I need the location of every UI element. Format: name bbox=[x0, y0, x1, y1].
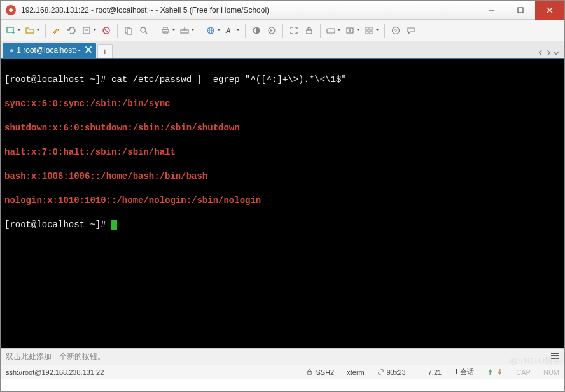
tab-prev-button[interactable] bbox=[538, 49, 544, 58]
toolbar-separator bbox=[245, 24, 246, 38]
new-tab-button[interactable] bbox=[344, 23, 361, 38]
svg-rect-26 bbox=[307, 30, 312, 34]
up-arrow-icon bbox=[487, 368, 494, 375]
tab-list-button[interactable] bbox=[553, 49, 559, 58]
hamburger-icon[interactable] bbox=[550, 352, 559, 361]
svg-line-11 bbox=[104, 29, 108, 32]
status-termtype: xterm bbox=[347, 368, 365, 376]
svg-text:?: ? bbox=[394, 28, 398, 34]
tab-bar: ● 1 root@localhost:~ + bbox=[1, 41, 564, 59]
language-button[interactable] bbox=[204, 23, 222, 38]
file-transfer-button[interactable] bbox=[178, 23, 196, 38]
tile-button[interactable] bbox=[363, 23, 380, 38]
svg-rect-47 bbox=[308, 372, 312, 375]
tab-close-button[interactable] bbox=[85, 46, 92, 53]
terminal-output: nologin:x:1010:1010::/home/nologin:/sbin… bbox=[4, 195, 561, 207]
terminal-output: halt:x:7:0:halt:/sbin:/sbin/halt bbox=[4, 146, 561, 158]
svg-rect-38 bbox=[366, 31, 368, 34]
toolbar-separator bbox=[117, 24, 118, 38]
svg-rect-13 bbox=[127, 29, 132, 34]
toolbar-separator bbox=[282, 24, 283, 38]
maximize-button[interactable] bbox=[506, 1, 535, 20]
terminal-line: [root@localhost ~]# bbox=[4, 219, 561, 231]
status-num: NUM bbox=[543, 368, 559, 376]
color-scheme-button[interactable] bbox=[249, 23, 263, 38]
add-tab-button[interactable]: + bbox=[97, 44, 113, 58]
svg-rect-37 bbox=[370, 27, 372, 30]
minimize-button[interactable] bbox=[477, 1, 506, 20]
down-arrow-icon bbox=[496, 368, 503, 375]
status-cap: CAP bbox=[516, 368, 531, 376]
new-session-button[interactable] bbox=[4, 23, 22, 38]
hint-text: 双击此处添加一个新的按钮。 bbox=[6, 351, 105, 362]
status-cursor: 7,21 bbox=[419, 368, 442, 376]
fullscreen-button[interactable] bbox=[287, 23, 301, 38]
tab-indicator-icon: ● bbox=[10, 46, 14, 55]
svg-rect-27 bbox=[327, 29, 335, 33]
cursor bbox=[111, 220, 117, 230]
equalizer-decoration bbox=[3, 326, 44, 347]
status-size: 93x23 bbox=[377, 368, 406, 376]
print-button[interactable] bbox=[159, 23, 177, 38]
terminal-pane[interactable]: [root@localhost ~]# cat /etc/passwd | eg… bbox=[1, 59, 564, 348]
equalizer-decoration bbox=[529, 324, 562, 347]
close-button[interactable] bbox=[535, 1, 564, 20]
toolbar-separator bbox=[200, 24, 200, 38]
prompt: [root@localhost ~]# bbox=[4, 74, 111, 85]
keyboard-button[interactable] bbox=[324, 23, 342, 38]
reconnect-button[interactable] bbox=[65, 23, 79, 38]
quick-button-bar[interactable]: 双击此处添加一个新的按钮。 bbox=[1, 348, 564, 365]
command-text: cat /etc/passwd | egrep "^([^:]+\>).*\<\… bbox=[111, 74, 347, 85]
find-button[interactable] bbox=[137, 23, 151, 38]
window-titlebar: 192.168.238.131:22 - root@localhost:~ - … bbox=[1, 1, 564, 20]
font-button[interactable]: A bbox=[223, 23, 241, 38]
status-session: 1 会话 bbox=[454, 367, 474, 377]
terminal-output: sync:x:5:0:sync:/sbin:/bin/sync bbox=[4, 98, 561, 110]
disconnect-button[interactable] bbox=[99, 23, 113, 38]
terminal-output: bash:x:1006:1006::/home/bash:/bin/bash bbox=[4, 171, 561, 183]
help-button[interactable]: ? bbox=[389, 23, 403, 38]
copy-button[interactable] bbox=[122, 23, 136, 38]
tab-next-button[interactable] bbox=[545, 49, 552, 58]
equalizer-decoration bbox=[293, 334, 311, 347]
tab-label: 1 root@localhost:~ bbox=[17, 46, 81, 55]
status-traffic bbox=[487, 368, 503, 375]
toolbar-separator bbox=[45, 24, 46, 38]
status-protocol: SSH2 bbox=[306, 368, 334, 376]
equalizer-decoration bbox=[160, 335, 171, 347]
cursor-pos-icon bbox=[419, 368, 426, 375]
svg-rect-1 bbox=[518, 8, 523, 13]
window-title: 192.168.238.131:22 - root@localhost:~ - … bbox=[21, 6, 477, 15]
svg-rect-36 bbox=[366, 27, 368, 30]
toolbar-separator bbox=[320, 24, 321, 38]
toolbar-separator bbox=[384, 24, 385, 38]
chat-button[interactable] bbox=[404, 23, 418, 38]
properties-button[interactable] bbox=[80, 23, 98, 38]
svg-point-14 bbox=[141, 27, 146, 32]
lock-button[interactable] bbox=[302, 23, 316, 38]
toolbar-separator bbox=[155, 24, 155, 38]
svg-line-15 bbox=[145, 32, 147, 34]
svg-text:A: A bbox=[225, 27, 230, 34]
terminal-line: [root@localhost ~]# cat /etc/passwd | eg… bbox=[4, 74, 561, 86]
toolbar: A ? bbox=[1, 20, 564, 41]
open-button[interactable] bbox=[24, 23, 41, 38]
prompt: [root@localhost ~]# bbox=[4, 220, 111, 230]
app-icon bbox=[6, 5, 16, 15]
session-manager-button[interactable] bbox=[265, 23, 279, 38]
highlight-button[interactable] bbox=[50, 23, 64, 38]
svg-rect-39 bbox=[370, 31, 372, 34]
status-connection: ssh://root@192.168.238.131:22 bbox=[6, 368, 104, 376]
svg-rect-17 bbox=[164, 27, 167, 29]
tab-nav bbox=[538, 49, 562, 58]
terminal-output: shutdown:x:6:0:shutdown:/sbin:/sbin/shut… bbox=[4, 122, 561, 134]
lock-icon bbox=[306, 368, 313, 375]
size-icon bbox=[377, 368, 384, 375]
svg-rect-4 bbox=[7, 27, 13, 32]
status-bar: ssh://root@192.168.238.131:22 SSH2 xterm… bbox=[1, 365, 564, 379]
session-tab[interactable]: ● 1 root@localhost:~ bbox=[3, 43, 96, 58]
